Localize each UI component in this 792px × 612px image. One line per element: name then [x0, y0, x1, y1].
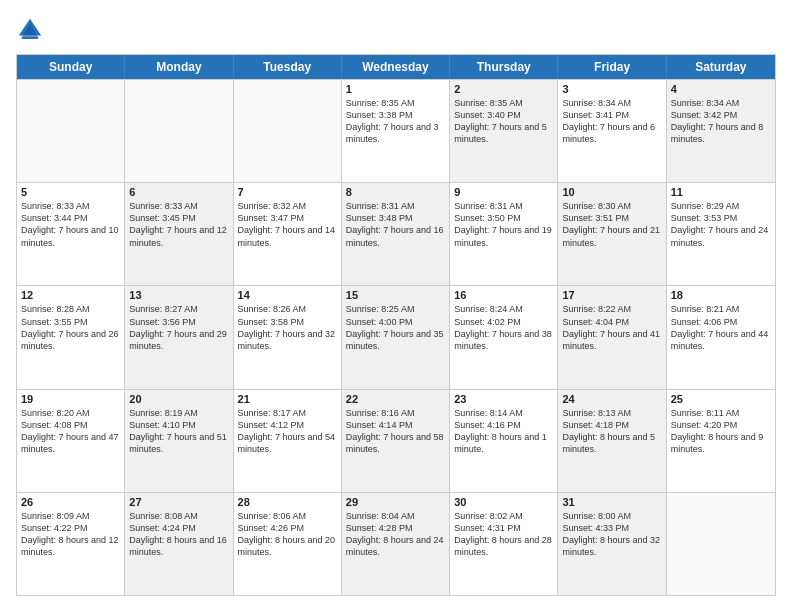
day-number: 12: [21, 289, 120, 301]
cal-cell-5-3: 28Sunrise: 8:06 AM Sunset: 4:26 PM Dayli…: [234, 493, 342, 595]
day-info: Sunrise: 8:31 AM Sunset: 3:48 PM Dayligh…: [346, 200, 445, 249]
header-cell-sunday: Sunday: [17, 55, 125, 79]
calendar-header: SundayMondayTuesdayWednesdayThursdayFrid…: [17, 55, 775, 79]
cal-cell-5-1: 26Sunrise: 8:09 AM Sunset: 4:22 PM Dayli…: [17, 493, 125, 595]
day-info: Sunrise: 8:19 AM Sunset: 4:10 PM Dayligh…: [129, 407, 228, 456]
day-number: 31: [562, 496, 661, 508]
cal-cell-4-2: 20Sunrise: 8:19 AM Sunset: 4:10 PM Dayli…: [125, 390, 233, 492]
day-info: Sunrise: 8:11 AM Sunset: 4:20 PM Dayligh…: [671, 407, 771, 456]
day-info: Sunrise: 8:14 AM Sunset: 4:16 PM Dayligh…: [454, 407, 553, 456]
header: [16, 16, 776, 44]
day-number: 19: [21, 393, 120, 405]
day-number: 3: [562, 83, 661, 95]
cal-cell-3-3: 14Sunrise: 8:26 AM Sunset: 3:58 PM Dayli…: [234, 286, 342, 388]
cal-cell-1-2: [125, 80, 233, 182]
day-info: Sunrise: 8:30 AM Sunset: 3:51 PM Dayligh…: [562, 200, 661, 249]
day-number: 20: [129, 393, 228, 405]
day-number: 27: [129, 496, 228, 508]
cal-cell-2-3: 7Sunrise: 8:32 AM Sunset: 3:47 PM Daylig…: [234, 183, 342, 285]
cal-cell-1-3: [234, 80, 342, 182]
day-number: 2: [454, 83, 553, 95]
cal-cell-2-6: 10Sunrise: 8:30 AM Sunset: 3:51 PM Dayli…: [558, 183, 666, 285]
cal-cell-2-5: 9Sunrise: 8:31 AM Sunset: 3:50 PM Daylig…: [450, 183, 558, 285]
week-row-5: 26Sunrise: 8:09 AM Sunset: 4:22 PM Dayli…: [17, 492, 775, 595]
day-number: 8: [346, 186, 445, 198]
day-number: 25: [671, 393, 771, 405]
day-info: Sunrise: 8:21 AM Sunset: 4:06 PM Dayligh…: [671, 303, 771, 352]
cal-cell-3-5: 16Sunrise: 8:24 AM Sunset: 4:02 PM Dayli…: [450, 286, 558, 388]
calendar: SundayMondayTuesdayWednesdayThursdayFrid…: [16, 54, 776, 596]
cal-cell-1-1: [17, 80, 125, 182]
day-number: 16: [454, 289, 553, 301]
header-cell-monday: Monday: [125, 55, 233, 79]
cal-cell-1-5: 2Sunrise: 8:35 AM Sunset: 3:40 PM Daylig…: [450, 80, 558, 182]
day-info: Sunrise: 8:33 AM Sunset: 3:44 PM Dayligh…: [21, 200, 120, 249]
day-info: Sunrise: 8:02 AM Sunset: 4:31 PM Dayligh…: [454, 510, 553, 559]
day-number: 13: [129, 289, 228, 301]
day-number: 7: [238, 186, 337, 198]
logo: [16, 16, 48, 44]
cal-cell-4-1: 19Sunrise: 8:20 AM Sunset: 4:08 PM Dayli…: [17, 390, 125, 492]
cal-cell-1-6: 3Sunrise: 8:34 AM Sunset: 3:41 PM Daylig…: [558, 80, 666, 182]
day-number: 15: [346, 289, 445, 301]
logo-icon: [16, 16, 44, 44]
day-number: 22: [346, 393, 445, 405]
day-number: 30: [454, 496, 553, 508]
cal-cell-4-6: 24Sunrise: 8:13 AM Sunset: 4:18 PM Dayli…: [558, 390, 666, 492]
day-info: Sunrise: 8:00 AM Sunset: 4:33 PM Dayligh…: [562, 510, 661, 559]
cal-cell-4-3: 21Sunrise: 8:17 AM Sunset: 4:12 PM Dayli…: [234, 390, 342, 492]
day-info: Sunrise: 8:04 AM Sunset: 4:28 PM Dayligh…: [346, 510, 445, 559]
header-cell-wednesday: Wednesday: [342, 55, 450, 79]
calendar-body: 1Sunrise: 8:35 AM Sunset: 3:38 PM Daylig…: [17, 79, 775, 595]
week-row-2: 5Sunrise: 8:33 AM Sunset: 3:44 PM Daylig…: [17, 182, 775, 285]
day-info: Sunrise: 8:22 AM Sunset: 4:04 PM Dayligh…: [562, 303, 661, 352]
cal-cell-5-5: 30Sunrise: 8:02 AM Sunset: 4:31 PM Dayli…: [450, 493, 558, 595]
cal-cell-3-6: 17Sunrise: 8:22 AM Sunset: 4:04 PM Dayli…: [558, 286, 666, 388]
week-row-3: 12Sunrise: 8:28 AM Sunset: 3:55 PM Dayli…: [17, 285, 775, 388]
cal-cell-2-4: 8Sunrise: 8:31 AM Sunset: 3:48 PM Daylig…: [342, 183, 450, 285]
svg-rect-2: [22, 36, 39, 39]
day-info: Sunrise: 8:29 AM Sunset: 3:53 PM Dayligh…: [671, 200, 771, 249]
day-info: Sunrise: 8:27 AM Sunset: 3:56 PM Dayligh…: [129, 303, 228, 352]
day-number: 21: [238, 393, 337, 405]
day-info: Sunrise: 8:33 AM Sunset: 3:45 PM Dayligh…: [129, 200, 228, 249]
cal-cell-5-2: 27Sunrise: 8:08 AM Sunset: 4:24 PM Dayli…: [125, 493, 233, 595]
day-number: 26: [21, 496, 120, 508]
day-number: 4: [671, 83, 771, 95]
day-info: Sunrise: 8:06 AM Sunset: 4:26 PM Dayligh…: [238, 510, 337, 559]
day-info: Sunrise: 8:16 AM Sunset: 4:14 PM Dayligh…: [346, 407, 445, 456]
page: SundayMondayTuesdayWednesdayThursdayFrid…: [0, 0, 792, 612]
day-number: 24: [562, 393, 661, 405]
day-number: 14: [238, 289, 337, 301]
day-info: Sunrise: 8:34 AM Sunset: 3:42 PM Dayligh…: [671, 97, 771, 146]
day-info: Sunrise: 8:35 AM Sunset: 3:40 PM Dayligh…: [454, 97, 553, 146]
day-number: 29: [346, 496, 445, 508]
header-cell-saturday: Saturday: [667, 55, 775, 79]
header-cell-tuesday: Tuesday: [234, 55, 342, 79]
day-info: Sunrise: 8:31 AM Sunset: 3:50 PM Dayligh…: [454, 200, 553, 249]
cal-cell-1-7: 4Sunrise: 8:34 AM Sunset: 3:42 PM Daylig…: [667, 80, 775, 182]
day-info: Sunrise: 8:08 AM Sunset: 4:24 PM Dayligh…: [129, 510, 228, 559]
day-number: 11: [671, 186, 771, 198]
day-info: Sunrise: 8:09 AM Sunset: 4:22 PM Dayligh…: [21, 510, 120, 559]
day-number: 5: [21, 186, 120, 198]
day-info: Sunrise: 8:34 AM Sunset: 3:41 PM Dayligh…: [562, 97, 661, 146]
day-info: Sunrise: 8:17 AM Sunset: 4:12 PM Dayligh…: [238, 407, 337, 456]
day-number: 28: [238, 496, 337, 508]
cal-cell-2-7: 11Sunrise: 8:29 AM Sunset: 3:53 PM Dayli…: [667, 183, 775, 285]
day-number: 23: [454, 393, 553, 405]
day-number: 1: [346, 83, 445, 95]
day-info: Sunrise: 8:20 AM Sunset: 4:08 PM Dayligh…: [21, 407, 120, 456]
day-number: 18: [671, 289, 771, 301]
cal-cell-3-1: 12Sunrise: 8:28 AM Sunset: 3:55 PM Dayli…: [17, 286, 125, 388]
cal-cell-4-5: 23Sunrise: 8:14 AM Sunset: 4:16 PM Dayli…: [450, 390, 558, 492]
cal-cell-2-1: 5Sunrise: 8:33 AM Sunset: 3:44 PM Daylig…: [17, 183, 125, 285]
day-number: 10: [562, 186, 661, 198]
day-info: Sunrise: 8:24 AM Sunset: 4:02 PM Dayligh…: [454, 303, 553, 352]
day-info: Sunrise: 8:26 AM Sunset: 3:58 PM Dayligh…: [238, 303, 337, 352]
cal-cell-3-4: 15Sunrise: 8:25 AM Sunset: 4:00 PM Dayli…: [342, 286, 450, 388]
week-row-1: 1Sunrise: 8:35 AM Sunset: 3:38 PM Daylig…: [17, 79, 775, 182]
day-info: Sunrise: 8:35 AM Sunset: 3:38 PM Dayligh…: [346, 97, 445, 146]
cal-cell-2-2: 6Sunrise: 8:33 AM Sunset: 3:45 PM Daylig…: [125, 183, 233, 285]
cal-cell-5-7: [667, 493, 775, 595]
